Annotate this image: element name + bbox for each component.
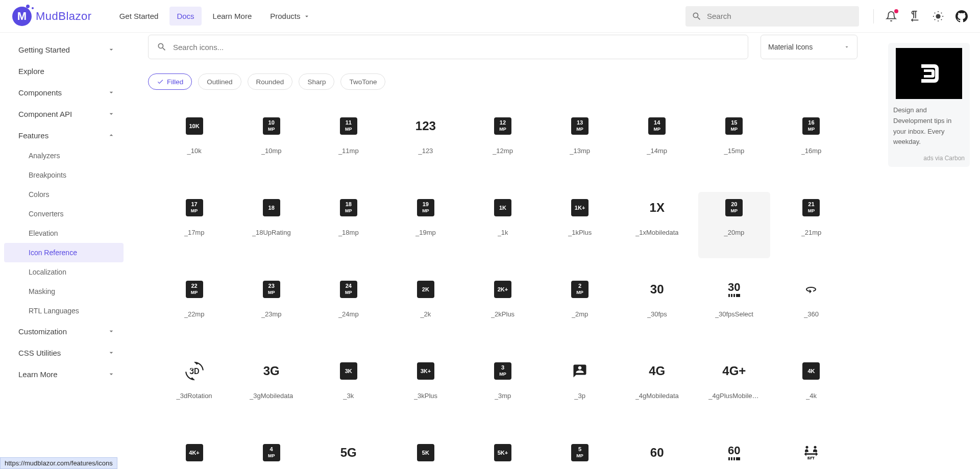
icon-1k[interactable]: 1K_1k <box>467 192 538 258</box>
icon-3dRotation[interactable]: _3dRotation <box>158 355 230 422</box>
icon-13mp[interactable]: 13MP_13mp <box>544 110 616 177</box>
icon-10mp[interactable]: 10MP_10mp <box>235 110 307 177</box>
icon-14mp[interactable]: 14MP_14mp <box>621 110 693 177</box>
icon-search-input[interactable] <box>173 43 740 52</box>
icon-1xMobiledata[interactable]: 1X_1xMobiledata <box>621 192 693 258</box>
rtl-toggle-icon[interactable] <box>909 10 921 22</box>
icon-glyph: 23MP <box>263 281 280 298</box>
icon-glyph <box>802 281 820 298</box>
sidebar-features[interactable]: Features <box>0 125 128 146</box>
icon-360[interactable]: _360 <box>775 274 847 340</box>
icon-22mp[interactable]: 22MP_22mp <box>158 274 230 340</box>
icon-label: _2kPlus <box>491 310 514 318</box>
icon-3k[interactable]: 3K_3k <box>312 355 384 422</box>
sidebar-getting-started[interactable]: Getting Started <box>0 39 128 60</box>
icon-glyph: 1K <box>494 199 511 216</box>
icon-3gMobiledata[interactable]: 3G_3gMobiledata <box>235 355 307 422</box>
icon-4kPlus[interactable]: 4K+_4kPlus <box>158 437 230 469</box>
global-search[interactable] <box>685 6 859 27</box>
icon-23mp[interactable]: 23MP_23mp <box>235 274 307 340</box>
nav-docs[interactable]: Docs <box>169 7 201 26</box>
icon-5mp[interactable]: 5MP_5mp <box>544 437 616 469</box>
global-search-input[interactable] <box>707 12 853 20</box>
icon-3mp[interactable]: 3MP_3mp <box>467 355 538 422</box>
search-icon <box>157 42 167 52</box>
icon-5g[interactable]: 5G_5g <box>312 437 384 469</box>
icon-glyph: 24MP <box>340 281 357 298</box>
nav-products[interactable]: Products <box>263 7 317 26</box>
style-chips: FilledOutlinedRoundedSharpTwoTone <box>148 73 857 90</box>
ad-attribution: ads via Carbon <box>893 155 965 162</box>
icon-24mp[interactable]: 24MP_24mp <box>312 274 384 340</box>
icon-6FtApart[interactable]: _6FtApart <box>775 437 847 469</box>
sidebar-component-api[interactable]: Component API <box>0 103 128 125</box>
github-icon[interactable] <box>955 10 968 22</box>
icon-3kPlus[interactable]: 3K+_3kPlus <box>389 355 461 422</box>
chip-twotone[interactable]: TwoTone <box>340 73 385 90</box>
logo[interactable]: M MudBlazor <box>12 7 92 26</box>
icon-4gMobiledata[interactable]: 4G_4gMobiledata <box>621 355 693 422</box>
sidebar-sub-colors[interactable]: Colors <box>0 185 128 204</box>
ad-sidebar: Design and Development tips in your inbo… <box>878 33 980 469</box>
icon-type-select[interactable]: Material Icons <box>761 35 857 59</box>
sidebar-css-utilities[interactable]: CSS Utilities <box>0 342 128 363</box>
chip-rounded[interactable]: Rounded <box>248 73 293 90</box>
icon-18UpRating[interactable]: 18_18UpRating <box>235 192 307 258</box>
theme-toggle-icon[interactable] <box>932 10 944 22</box>
icon-glyph: 30 <box>728 281 740 298</box>
sidebar-sub-analyzers[interactable]: Analyzers <box>0 146 128 165</box>
icon-search-box[interactable] <box>148 35 748 59</box>
icon-glyph: 14MP <box>648 117 666 135</box>
icon-10k[interactable]: 10K_10k <box>158 110 230 177</box>
nav-get-started[interactable]: Get Started <box>112 7 166 26</box>
sidebar-explore[interactable]: Explore <box>0 60 128 82</box>
sidebar-sub-masking[interactable]: Masking <box>0 282 128 301</box>
carbon-ad[interactable]: Design and Development tips in your inbo… <box>888 43 970 167</box>
chip-outlined[interactable]: Outlined <box>198 73 241 90</box>
icon-11mp[interactable]: 11MP_11mp <box>312 110 384 177</box>
nav-learn-more[interactable]: Learn More <box>206 7 259 26</box>
icon-123[interactable]: 123_123 <box>389 110 461 177</box>
icon-label: _21mp <box>801 229 822 236</box>
notifications-icon[interactable] <box>885 10 897 22</box>
icon-60fps[interactable]: 60_60fps <box>621 437 693 469</box>
icon-1kPlus[interactable]: 1K+_1kPlus <box>544 192 616 258</box>
icon-2kPlus[interactable]: 2K+_2kPlus <box>467 274 538 340</box>
icon-12mp[interactable]: 12MP_12mp <box>467 110 538 177</box>
icon-2k[interactable]: 2K_2k <box>389 274 461 340</box>
icon-4k[interactable]: 4K_4k <box>775 355 847 422</box>
chip-sharp[interactable]: Sharp <box>299 73 334 90</box>
sidebar-sub-icon-reference[interactable]: Icon Reference <box>4 243 124 262</box>
sidebar-customization[interactable]: Customization <box>0 320 128 342</box>
icon-4gPlusMobiledata[interactable]: 4G+_4gPlusMobiledata <box>698 355 770 422</box>
icon-16mp[interactable]: 16MP_16mp <box>775 110 847 177</box>
sidebar-sub-localization[interactable]: Localization <box>0 262 128 282</box>
icon-2mp[interactable]: 2MP_2mp <box>544 274 616 340</box>
icon-label: _3gMobiledata <box>250 392 293 400</box>
sidebar-sub-breakpoints[interactable]: Breakpoints <box>0 165 128 185</box>
icon-15mp[interactable]: 15MP_15mp <box>698 110 770 177</box>
icon-18mp[interactable]: 18MP_18mp <box>312 192 384 258</box>
sidebar-sub-elevation[interactable]: Elevation <box>0 224 128 243</box>
sidebar-learn-more[interactable]: Learn More <box>0 363 128 385</box>
icon-glyph: 60 <box>650 444 664 461</box>
icon-3p[interactable]: _3p <box>544 355 616 422</box>
icon-20mp[interactable]: 20MP_20mp <box>698 192 770 258</box>
icon-17mp[interactable]: 17MP_17mp <box>158 192 230 258</box>
sidebar-components[interactable]: Components <box>0 82 128 103</box>
icon-4mp[interactable]: 4MP_4mp <box>235 437 307 469</box>
icon-30fpsSelect[interactable]: 30_30fpsSelect <box>698 274 770 340</box>
icon-5k[interactable]: 5K_5k <box>389 437 461 469</box>
icon-label: _14mp <box>647 147 667 155</box>
icon-5kPlus[interactable]: 5K+_5kPlus <box>467 437 538 469</box>
chip-filled[interactable]: Filled <box>148 73 192 90</box>
sidebar-sub-converters[interactable]: Converters <box>0 204 128 224</box>
sidebar-sub-rtl-languages[interactable]: RTL Languages <box>0 301 128 320</box>
icon-19mp[interactable]: 19MP_19mp <box>389 192 461 258</box>
icon-21mp[interactable]: 21MP_21mp <box>775 192 847 258</box>
icon-30fps[interactable]: 30_30fps <box>621 274 693 340</box>
icon-glyph: 21MP <box>802 199 820 216</box>
icon-label: _3kPlus <box>414 392 437 400</box>
icon-60fpsSelect[interactable]: 60_60fpsSelect <box>698 437 770 469</box>
icon-glyph: 2K <box>417 281 434 298</box>
